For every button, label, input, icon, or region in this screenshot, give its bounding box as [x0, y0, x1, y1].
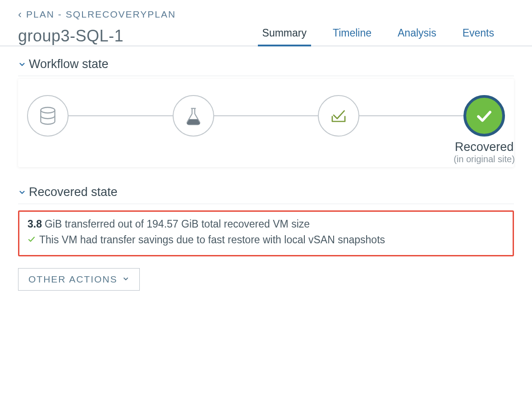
workflow-panel: Workflow state [18, 57, 514, 167]
recovered-transferred-value: 3.8 [28, 218, 42, 230]
checkbox-icon [318, 95, 359, 137]
other-actions-button[interactable]: OTHER ACTIONS [18, 268, 140, 291]
workflow-connector [69, 115, 173, 116]
svg-point-0 [41, 107, 55, 113]
database-icon [27, 95, 69, 137]
check-icon [28, 234, 36, 246]
back-chevron-icon[interactable]: ‹ [18, 8, 23, 21]
chevron-down-icon [18, 60, 26, 68]
tab-events[interactable]: Events [461, 23, 496, 46]
other-actions-label: OTHER ACTIONS [28, 274, 118, 285]
breadcrumb[interactable]: ‹ PLAN - SQLRECOVERYPLAN [18, 8, 514, 21]
workflow-step-label-wrap: Recovered (in original site) [435, 140, 532, 164]
recovered-transferred-rest: GiB transferred out of 194.57 GiB total … [45, 218, 310, 230]
recovered-savings-text: This VM had transfer savings due to fast… [39, 234, 385, 246]
workflow-final-sublabel: (in original site) [435, 154, 532, 164]
breadcrumb-name: SQLRECOVERYPLAN [66, 9, 176, 20]
recovered-transfer-line: 3.8 GiB transferred out of 194.57 GiB to… [28, 218, 504, 230]
chevron-down-icon [122, 274, 129, 285]
tab-bar: Summary Timeline Analysis Events [261, 23, 496, 46]
recovered-panel-header[interactable]: Recovered state [18, 185, 514, 204]
tab-analysis[interactable]: Analysis [396, 23, 438, 46]
workflow-step-2 [173, 95, 214, 137]
recovered-panel: Recovered state 3.8 GiB transferred out … [18, 185, 514, 291]
flask-icon [173, 95, 214, 137]
tab-summary[interactable]: Summary [261, 23, 308, 46]
workflow-card: Recovered (in original site) [18, 79, 514, 167]
tab-timeline[interactable]: Timeline [331, 23, 373, 46]
breadcrumb-separator: - [58, 9, 62, 20]
workflow-heading: Workflow state [29, 57, 109, 71]
breadcrumb-prefix: PLAN [26, 9, 55, 20]
workflow-steps: Recovered (in original site) [18, 79, 514, 149]
recovered-highlight-box: 3.8 GiB transferred out of 194.57 GiB to… [18, 210, 514, 256]
checkmark-filled-icon [463, 95, 505, 137]
workflow-step-3 [318, 95, 359, 137]
recovered-savings-line: This VM had transfer savings due to fast… [28, 234, 504, 246]
workflow-step-4: Recovered (in original site) [463, 95, 505, 137]
page-title: group3-SQL-1 [18, 27, 124, 46]
chevron-down-icon [18, 188, 26, 196]
workflow-connector [214, 115, 318, 116]
recovered-heading: Recovered state [29, 185, 118, 199]
workflow-panel-header[interactable]: Workflow state [18, 57, 514, 76]
workflow-step-1 [27, 95, 69, 137]
workflow-connector [359, 115, 463, 116]
page-header: ‹ PLAN - SQLRECOVERYPLAN group3-SQL-1 Su… [0, 0, 532, 46]
content-area: Workflow state [0, 46, 532, 327]
workflow-final-label: Recovered [435, 140, 532, 154]
